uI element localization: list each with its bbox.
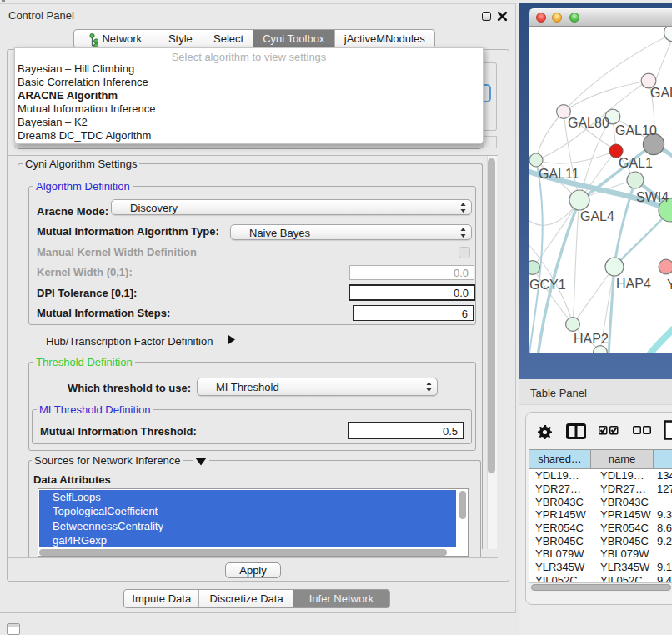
svg-text:GAL1: GAL1 bbox=[619, 156, 653, 170]
svg-text:Y: Y bbox=[667, 278, 672, 292]
svg-text:HAP4: HAP4 bbox=[616, 277, 651, 291]
svg-text:SWI4: SWI4 bbox=[636, 190, 669, 204]
svg-text:HAP2: HAP2 bbox=[574, 332, 609, 346]
svg-text:GCY1: GCY1 bbox=[529, 278, 566, 292]
svg-text:GAL11: GAL11 bbox=[539, 167, 579, 181]
svg-text:GAL80: GAL80 bbox=[568, 116, 609, 130]
svg-text:GAL10: GAL10 bbox=[615, 123, 657, 138]
svg-text:GAL4: GAL4 bbox=[580, 209, 614, 223]
svg-text:GAL: GAL bbox=[650, 86, 672, 100]
